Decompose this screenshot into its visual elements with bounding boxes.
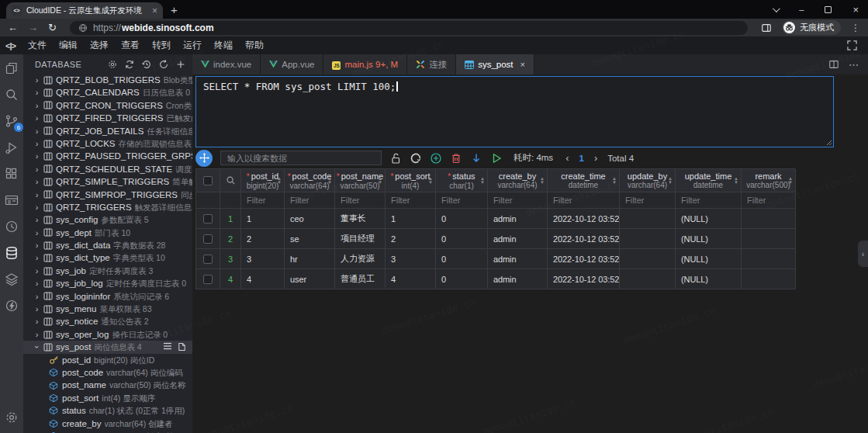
data-cell-update_by[interactable] bbox=[620, 229, 676, 249]
refresh-result-icon[interactable] bbox=[410, 152, 422, 165]
back-button[interactable]: ← bbox=[8, 23, 18, 33]
sidebar-table-item[interactable]: ›QRTZ_BLOB_TRIGGERSBlob类型的... bbox=[23, 74, 192, 86]
filter-input[interactable] bbox=[676, 196, 741, 205]
table-row[interactable]: 33hr人力资源30admin2022-10-12 03:52:12(NULL) bbox=[196, 249, 795, 269]
browser-tab[interactable]: <> CloudIDE - 云原生集成开发环境 × bbox=[6, 2, 163, 19]
table-column-item[interactable]: post_sortint(4) 显示顺序 bbox=[23, 392, 192, 404]
data-cell-post_code[interactable]: se bbox=[285, 229, 335, 249]
sidebar-table-item[interactable]: ›QRTZ_SIMPLE_TRIGGERS简单触发... bbox=[23, 175, 192, 188]
sidebar-table-item[interactable]: ›QRTZ_CALENDARS日历信息表 0 bbox=[23, 86, 192, 99]
row-checkbox[interactable] bbox=[203, 275, 213, 284]
unlock-icon[interactable] bbox=[389, 152, 402, 165]
data-cell-update_time[interactable]: (NULL) bbox=[676, 269, 742, 289]
column-header-update_time[interactable]: update_timedatetime▲▼ bbox=[676, 169, 742, 192]
sidebar-table-item[interactable]: ›sys_dept部门表 10 bbox=[23, 227, 192, 239]
row-checkbox[interactable] bbox=[203, 234, 213, 244]
sidebar-table-item[interactable]: ›QRTZ_LOCKS存储的悲观锁信息表 2 bbox=[23, 137, 192, 150]
sql-editor[interactable]: SELECT * FROM sys_post LIMIT 100; bbox=[195, 76, 834, 147]
result-search-box[interactable] bbox=[220, 151, 382, 165]
sidebar-table-item[interactable]: ›sys_job_log定时任务调度日志表 0 bbox=[23, 277, 192, 289]
filter-input[interactable] bbox=[488, 196, 547, 205]
forward-button[interactable]: → bbox=[28, 23, 38, 33]
row-checkbox[interactable] bbox=[203, 214, 213, 223]
editor-tab-vue[interactable]: index.vue bbox=[192, 54, 261, 74]
data-cell-post_id[interactable]: 2 bbox=[241, 229, 285, 249]
data-cell-post_id[interactable]: 1 bbox=[241, 209, 285, 229]
window-maximize-button[interactable] bbox=[825, 6, 832, 13]
data-cell-create_time[interactable]: 2022-10-12 03:52:12 bbox=[548, 249, 620, 269]
new-query-icon[interactable] bbox=[178, 342, 186, 352]
right-panel-collapse-handle[interactable]: ‹ bbox=[858, 241, 868, 267]
sort-arrows-icon[interactable]: ▲▼ bbox=[612, 177, 617, 185]
incognito-badge[interactable]: 无痕模式 bbox=[782, 20, 841, 35]
editor-tab-connection[interactable]: 连接 bbox=[407, 54, 456, 74]
data-cell-post_id[interactable]: 3 bbox=[241, 249, 285, 269]
table-column-item[interactable]: post_idbigint(20) 岗位ID bbox=[23, 354, 192, 366]
select-all-checkbox[interactable] bbox=[203, 176, 213, 185]
sidebar-table-item[interactable]: ›sys_dict_type字典类型表 10 bbox=[23, 251, 192, 264]
data-cell-post_sort[interactable]: 2 bbox=[386, 229, 436, 249]
row-checkbox-cell[interactable] bbox=[196, 269, 220, 289]
filter-input[interactable] bbox=[335, 196, 385, 205]
next-page-button[interactable]: › bbox=[594, 152, 597, 164]
drag-move-button[interactable] bbox=[195, 150, 213, 167]
sidebar-table-item[interactable]: ›QRTZ_JOB_DETAILS任务详细信息... bbox=[23, 125, 192, 137]
menu-item[interactable]: 文件 bbox=[22, 39, 53, 52]
resize-grip-icon[interactable] bbox=[825, 139, 832, 146]
result-search-input[interactable] bbox=[221, 154, 381, 163]
db-history-icon[interactable] bbox=[141, 59, 152, 70]
data-cell-post_code[interactable]: ceo bbox=[285, 209, 335, 229]
filter-cell-post_name[interactable] bbox=[335, 192, 386, 209]
reload-button[interactable]: ↻ bbox=[48, 23, 57, 33]
window-close-button[interactable]: × bbox=[852, 5, 859, 14]
sidebar-table-item[interactable]: ›sys_dict_data字典数据表 28 bbox=[23, 239, 192, 251]
data-cell-remark[interactable] bbox=[742, 229, 796, 249]
data-cell-update_time[interactable]: (NULL) bbox=[676, 249, 742, 269]
data-cell-post_id[interactable]: 4 bbox=[241, 269, 285, 289]
db-refresh-icon[interactable] bbox=[158, 59, 169, 70]
sidebar-table-item[interactable]: ›QRTZ_TRIGGERS触发器详细信息表 3 bbox=[23, 201, 192, 213]
delete-row-icon[interactable] bbox=[450, 152, 462, 165]
menu-item[interactable]: 终端 bbox=[208, 39, 239, 52]
column-header-create_by[interactable]: create_byvarchar(64)▲▼ bbox=[488, 169, 548, 192]
sidebar-table-item[interactable]: ›sys_oper_log操作日志记录 0 bbox=[23, 328, 192, 341]
split-editor-icon[interactable] bbox=[828, 59, 839, 70]
current-page[interactable]: 1 bbox=[579, 154, 583, 163]
data-cell-status[interactable]: 0 bbox=[436, 269, 488, 289]
filter-cell-post_code[interactable] bbox=[285, 192, 335, 209]
data-cell-create_by[interactable]: admin bbox=[488, 209, 548, 229]
filter-cell-update_by[interactable] bbox=[620, 192, 676, 209]
sort-arrows-icon[interactable]: ▲▼ bbox=[668, 177, 673, 185]
data-cell-create_time[interactable]: 2022-10-12 03:52:12 bbox=[548, 209, 620, 229]
fullscreen-icon[interactable] bbox=[847, 40, 857, 50]
prev-page-button[interactable]: ‹ bbox=[565, 152, 569, 164]
row-checkbox-cell[interactable] bbox=[196, 249, 220, 269]
table-row[interactable]: 44user普通员工40admin2022-10-12 03:52:12(NUL… bbox=[196, 269, 795, 289]
filter-cell-create_by[interactable] bbox=[488, 192, 548, 209]
address-bar[interactable]: https:// webide.sinosoft.com bbox=[70, 21, 748, 35]
sort-arrows-icon[interactable]: ▲▼ bbox=[277, 177, 282, 185]
data-cell-update_by[interactable] bbox=[620, 209, 676, 229]
data-cell-create_by[interactable]: admin bbox=[488, 249, 548, 269]
sort-arrows-icon[interactable]: ▲▼ bbox=[540, 177, 545, 185]
filter-cell-remark[interactable] bbox=[742, 192, 796, 209]
table-column-item[interactable]: post_namevarchar(50) 岗位名称 bbox=[23, 379, 192, 391]
data-cell-remark[interactable] bbox=[742, 269, 796, 289]
run-query-icon[interactable] bbox=[490, 152, 503, 165]
settings-gear-icon[interactable] bbox=[4, 410, 19, 425]
window-minimize-button[interactable]: – bbox=[799, 5, 804, 14]
sidebar-table-item[interactable]: ›QRTZ_SCHEDULER_STATE调度器状... bbox=[23, 163, 192, 175]
view-data-icon[interactable] bbox=[163, 342, 172, 352]
sort-arrows-icon[interactable]: ▲▼ bbox=[788, 177, 793, 185]
data-cell-update_by[interactable] bbox=[620, 249, 676, 269]
data-cell-create_by[interactable]: admin bbox=[488, 229, 548, 249]
sidebar-table-item[interactable]: ›sys_notice通知公告表 2 bbox=[23, 315, 192, 327]
data-cell-create_time[interactable]: 2022-10-12 03:52:12 bbox=[548, 269, 620, 289]
menu-item[interactable]: 转到 bbox=[146, 39, 177, 52]
data-cell-post_sort[interactable]: 3 bbox=[386, 249, 436, 269]
table-column-item[interactable]: create_timedatetime 创建时间 bbox=[23, 430, 192, 433]
tab-close-icon[interactable]: × bbox=[520, 60, 525, 69]
select-all-checkbox-cell[interactable] bbox=[196, 169, 220, 192]
table-row[interactable]: 11ceo董事长10admin2022-10-12 03:52:12(NULL) bbox=[196, 209, 795, 229]
db-sync-icon[interactable] bbox=[124, 59, 135, 70]
